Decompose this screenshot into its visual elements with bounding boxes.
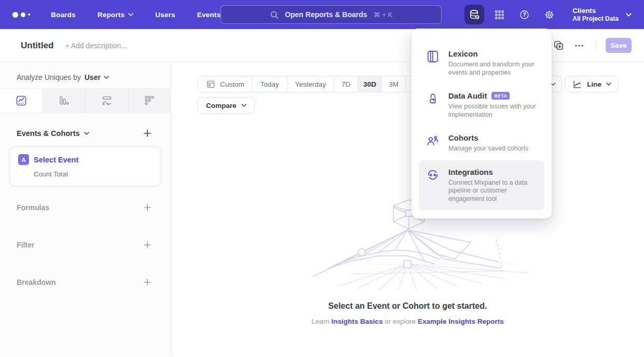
empty-state-title: Select an Event or Cohort to get started… xyxy=(171,301,644,311)
cohorts-users-icon xyxy=(426,133,441,153)
report-canvas: Custom Today Yesterday 7D 30D 3M 6M xyxy=(171,62,644,356)
ellipsis-icon xyxy=(574,40,584,51)
help-button[interactable]: ? xyxy=(514,5,534,24)
settings-gear-button[interactable] xyxy=(539,5,559,24)
beta-badge: BETA xyxy=(491,92,510,100)
range-yesterday[interactable]: Yesterday xyxy=(287,76,334,92)
analyze-by-selector[interactable]: User xyxy=(85,73,109,81)
mixpanel-insights-app: Boards Reports Users Events Open Reports… xyxy=(0,0,644,357)
insights-chart-icon xyxy=(15,94,28,107)
tab-insights-line[interactable] xyxy=(0,89,43,113)
nav-item-reports[interactable]: Reports xyxy=(98,11,133,19)
search-placeholder: Open Reports & Boards xyxy=(285,10,367,19)
menu-item-integrations[interactable]: Integrations Connect Mixpanel to a data … xyxy=(419,160,544,211)
filter-label: Filter xyxy=(17,241,34,249)
primary-nav: Boards Reports Users Events xyxy=(51,11,221,19)
example-insights-reports-link[interactable]: Example Insights Reports xyxy=(418,318,504,325)
mixpanel-logo[interactable] xyxy=(12,12,30,18)
nav-item-events[interactable]: Events xyxy=(197,11,221,19)
report-title[interactable]: Untitled xyxy=(21,40,53,51)
chevron-down-icon xyxy=(241,104,246,107)
data-management-button[interactable] xyxy=(464,5,484,24)
data-audit-icon xyxy=(426,91,441,119)
report-actions: Save xyxy=(551,38,632,53)
search-shortcut: ⌘ + K xyxy=(374,11,393,19)
nav-item-boards[interactable]: Boards xyxy=(51,11,76,19)
events-cohorts-label: Events & Cohorts xyxy=(17,129,80,138)
chart-type-dropdown[interactable]: Line xyxy=(565,76,619,92)
formulas-label: Formulas xyxy=(17,203,49,212)
logo-dot-icon xyxy=(12,12,18,18)
divider xyxy=(596,40,596,51)
formulas-section: Formulas xyxy=(17,202,153,213)
menu-item-description: Manage your saved cohorts xyxy=(448,145,528,153)
global-search-input[interactable]: Open Reports & Boards ⌘ + K xyxy=(221,5,442,24)
chevron-down-icon xyxy=(626,13,632,17)
query-builder-sidebar: Analyze Uniques by User xyxy=(0,62,171,356)
range-today[interactable]: Today xyxy=(252,76,287,92)
event-card-row: A Select Event xyxy=(18,154,153,165)
plus-icon xyxy=(143,241,152,249)
select-event-card[interactable]: A Select Event Count Total xyxy=(9,146,161,186)
save-button[interactable]: Save xyxy=(606,38,632,53)
menu-item-data-audit[interactable]: Data Audit BETA View possible issues wit… xyxy=(419,84,544,126)
add-breakdown-button[interactable] xyxy=(142,277,153,288)
logo-dot-icon xyxy=(21,12,25,17)
gear-icon xyxy=(544,9,555,20)
apps-grid-icon xyxy=(494,9,505,20)
insights-basics-link[interactable]: Insights Basics xyxy=(331,318,382,325)
menu-item-title: Lexicon xyxy=(448,49,538,58)
range-custom[interactable]: Custom xyxy=(198,76,252,92)
menu-item-cohorts[interactable]: Cohorts Manage your saved cohorts xyxy=(419,126,544,160)
range-30d[interactable]: 30D xyxy=(358,76,381,92)
menu-item-text: Integrations Connect Mixpanel to a data … xyxy=(448,168,538,203)
menu-item-lexicon[interactable]: Lexicon Document and transform your even… xyxy=(419,42,544,84)
add-formula-button[interactable] xyxy=(142,202,153,213)
breakdown-section: Breakdown xyxy=(17,277,153,288)
duplicate-report-button[interactable] xyxy=(551,38,566,53)
top-navbar: Boards Reports Users Events Open Reports… xyxy=(0,0,644,29)
range-3m[interactable]: 3M xyxy=(381,76,405,92)
more-options-button[interactable] xyxy=(572,38,586,53)
menu-item-text: Lexicon Document and transform your even… xyxy=(448,49,538,77)
breakdown-label: Breakdown xyxy=(17,278,56,286)
compare-dropdown[interactable]: Compare xyxy=(198,97,255,114)
tab-bar-chart[interactable] xyxy=(43,89,86,113)
empty-state-subtitle: Learn Insights Basics or explore Example… xyxy=(171,318,644,325)
report-description-placeholder[interactable]: + Add description... xyxy=(65,42,127,50)
empty-state-text: Learn xyxy=(311,318,331,325)
compare-label: Compare xyxy=(206,102,237,109)
menu-item-title-text: Data Audit xyxy=(448,91,487,100)
navbar-right: ? Clients All Project Data xyxy=(459,0,632,29)
retention-dots-icon xyxy=(143,94,156,107)
chart-type-label: Line xyxy=(587,80,601,88)
count-total-selector[interactable]: Count Total xyxy=(34,170,153,178)
select-event-label: Select Event xyxy=(34,156,78,164)
analyze-by-value: User xyxy=(85,73,101,81)
range-custom-label: Custom xyxy=(220,80,244,88)
menu-item-title: Cohorts xyxy=(448,133,528,142)
chevron-down-icon xyxy=(606,83,611,86)
range-7d[interactable]: 7D xyxy=(334,76,358,92)
analyze-row: Analyze Uniques by User xyxy=(17,70,171,85)
tab-flows[interactable] xyxy=(85,89,128,113)
calendar-icon xyxy=(206,79,215,89)
project-name: Clients xyxy=(572,7,619,15)
project-scope: All Project Data xyxy=(572,15,619,23)
add-event-button[interactable] xyxy=(142,128,153,139)
nav-item-users[interactable]: Users xyxy=(155,11,175,19)
event-series-badge: A xyxy=(18,154,29,165)
tab-retention[interactable] xyxy=(128,89,171,113)
events-cohorts-header[interactable]: Events & Cohorts xyxy=(17,129,89,138)
line-chart-icon xyxy=(572,79,582,89)
project-selector[interactable]: Clients All Project Data xyxy=(572,7,632,23)
add-filter-button[interactable] xyxy=(142,239,153,251)
chart-type-tabs xyxy=(0,88,171,113)
apps-grid-button[interactable] xyxy=(489,5,509,24)
menu-item-description: Connect Mixpanel to a data pipeline or c… xyxy=(448,179,538,203)
flows-icon xyxy=(101,94,113,107)
integrations-sync-icon xyxy=(426,168,441,203)
logo-dot-icon xyxy=(28,13,30,16)
nav-item-reports-label: Reports xyxy=(98,11,125,19)
chevron-down-icon xyxy=(128,13,133,16)
